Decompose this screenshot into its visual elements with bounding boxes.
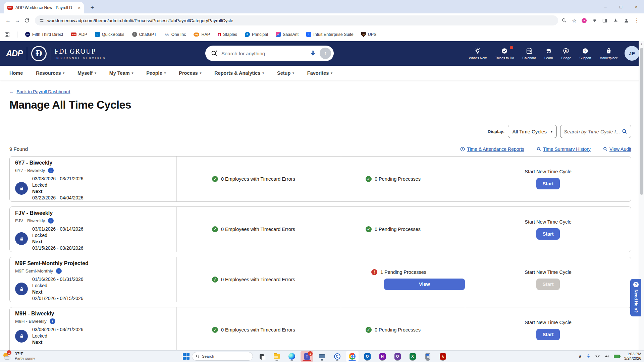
time-cycle-search-input[interactable] xyxy=(564,129,622,134)
nav-setup[interactable]: Setup▾ xyxy=(277,70,294,76)
start-button[interactable]: Start xyxy=(536,178,559,189)
user-avatar[interactable]: JE xyxy=(625,46,639,61)
bookmark-ups[interactable]: upsUPS xyxy=(361,32,377,37)
bookmark-intuit-es[interactable]: IIntuit Enterprise Suite xyxy=(306,32,354,37)
start-new-cycle-label: Start New Time Cycle xyxy=(525,269,571,275)
bookmark-hap[interactable]: hapHAP xyxy=(194,32,210,37)
apps-grid-icon[interactable] xyxy=(5,32,9,37)
info-icon[interactable]: i xyxy=(56,268,62,274)
c-app-button[interactable]: C xyxy=(331,351,343,362)
start-new-cycle-label: Start New Time Cycle xyxy=(525,219,571,225)
time-cycle-filter-dropdown[interactable]: All Time Cycles ▾ xyxy=(508,125,557,138)
acrobat-button[interactable]: ∧ xyxy=(436,351,449,362)
remote-desktop-button[interactable] xyxy=(316,351,328,362)
need-help-tab[interactable]: ? Need Help? xyxy=(630,279,641,316)
nav-favorites[interactable]: Favorites▾ xyxy=(307,70,332,76)
things-to-do-button[interactable]: Things to Do xyxy=(495,47,514,60)
profile-icon[interactable] xyxy=(624,18,629,23)
onenote-button[interactable]: N xyxy=(376,351,389,362)
start-button[interactable]: Start xyxy=(536,329,559,340)
new-tab-button[interactable]: + xyxy=(88,3,97,12)
bookmark-one-inc[interactable]: ΛΛOne Inc xyxy=(164,32,186,37)
global-search[interactable]: ↑ xyxy=(205,46,334,61)
nav-process[interactable]: Process▾ xyxy=(179,70,201,76)
forward-icon[interactable]: → xyxy=(13,16,22,25)
bookmark-principal[interactable]: PPrincipal xyxy=(245,32,268,37)
bookmark-adp[interactable]: ADPADP xyxy=(71,32,87,37)
learn-button[interactable]: Learn xyxy=(544,47,553,60)
site-info-icon[interactable] xyxy=(39,18,44,23)
start-button-disabled[interactable]: Start xyxy=(536,279,559,290)
tab-close-icon[interactable]: × xyxy=(78,5,80,10)
back-to-payroll-dashboard-link[interactable]: ← Back to Payroll Dashboard xyxy=(9,89,70,94)
view-audit-link[interactable]: View Audit xyxy=(603,146,631,152)
zoom-icon[interactable] xyxy=(561,18,567,23)
browser-tab[interactable]: ADP ADP Workforce Now - Payroll D × xyxy=(4,2,84,13)
maximize-icon[interactable]: □ xyxy=(613,0,629,13)
pink-extension-icon[interactable]: ✶ xyxy=(582,18,587,23)
info-icon[interactable]: i xyxy=(48,168,54,173)
nav-home[interactable]: Home xyxy=(9,70,23,76)
staples-icon: ⊓ xyxy=(218,32,221,37)
battery-icon[interactable] xyxy=(614,355,620,358)
marketplace-button[interactable]: Marketplace xyxy=(600,47,618,60)
next-label: Next xyxy=(32,289,84,295)
weather-widget[interactable]: 1 37°F Partly sunny xyxy=(3,351,35,361)
microphone-icon[interactable] xyxy=(586,354,591,359)
outlook-button[interactable]: O xyxy=(361,351,374,362)
edge-button[interactable] xyxy=(285,351,298,362)
extensions-puzzle-icon[interactable] xyxy=(592,18,597,23)
bridge-button[interactable]: B Bridge xyxy=(561,47,571,60)
chrome-button[interactable] xyxy=(346,351,359,362)
teams-button[interactable]: 1 T xyxy=(301,351,313,362)
chevron-down-icon: ▾ xyxy=(262,71,264,75)
scroll-up-arrow-icon[interactable]: ▲ xyxy=(639,41,644,45)
start-new-cycle-label: Start New Time Cycle xyxy=(525,320,571,325)
bookmark-fifth-third[interactable]: 5/3Fifth Third Direct xyxy=(25,32,63,37)
taskbar-clock[interactable]: 1:03 PM 3/24/2026 xyxy=(624,352,641,361)
nav-resources[interactable]: Resources▾ xyxy=(36,70,64,76)
excel-button[interactable]: X xyxy=(406,351,419,362)
taskbar-search[interactable]: Search xyxy=(192,352,253,361)
bookmark-saasant[interactable]: ~SaasAnt xyxy=(276,32,299,37)
whats-new-button[interactable]: What's New xyxy=(469,47,487,60)
volume-icon[interactable] xyxy=(604,354,609,359)
close-icon[interactable]: × xyxy=(629,0,644,13)
time-cycle-card: 6Y7 - Biweekly 6Y7 - Biweekly i 03/08/20… xyxy=(9,156,631,202)
back-icon[interactable]: ← xyxy=(3,16,13,25)
bookmark-star-icon[interactable]: ☆ xyxy=(572,17,577,24)
refresh-icon[interactable] xyxy=(22,16,32,25)
nav-reports-analytics[interactable]: Reports & Analytics▾ xyxy=(214,70,264,76)
downloads-icon[interactable] xyxy=(613,18,619,23)
task-view-button[interactable] xyxy=(255,351,268,362)
info-icon[interactable]: i xyxy=(50,318,55,324)
minimize-icon[interactable]: – xyxy=(598,0,613,13)
browser-menu-icon[interactable]: ⋮ xyxy=(634,17,639,23)
tray-expand-icon[interactable]: ∧ xyxy=(579,354,582,359)
quickbooks-button[interactable]: Q xyxy=(391,351,404,362)
nav-myself[interactable]: Myself▾ xyxy=(77,70,96,76)
url-bar[interactable]: workforcenow.adp.com/theme/admin.html#/P… xyxy=(35,15,558,25)
start-button[interactable]: Start xyxy=(536,228,559,240)
nav-people[interactable]: People▾ xyxy=(146,70,166,76)
view-pending-button[interactable]: View xyxy=(384,279,465,290)
side-panel-icon[interactable] xyxy=(602,18,608,23)
bookmark-staples[interactable]: ⊓Staples xyxy=(218,32,237,37)
file-explorer-button[interactable] xyxy=(270,351,283,362)
bookmark-quickbooks[interactable]: qQuickBooks xyxy=(95,32,124,37)
time-summary-history-link[interactable]: Time Summary History xyxy=(536,146,591,152)
calculator-button[interactable] xyxy=(421,351,434,362)
time-attendance-reports-link[interactable]: Time & Attendance Reports xyxy=(460,146,524,152)
scrollbar-thumb[interactable] xyxy=(640,48,643,195)
wifi-icon[interactable] xyxy=(595,354,600,359)
search-icon[interactable] xyxy=(622,128,628,134)
search-submit-icon[interactable]: ↑ xyxy=(320,48,331,59)
global-search-input[interactable] xyxy=(221,51,306,56)
info-icon[interactable]: i xyxy=(48,218,54,224)
bookmark-chatgpt[interactable]: *ChatGPT xyxy=(132,32,157,37)
nav-my-team[interactable]: My Team▾ xyxy=(109,70,133,76)
microphone-icon[interactable] xyxy=(310,50,316,57)
windows-start-button[interactable] xyxy=(183,353,190,360)
support-button[interactable]: ? Support xyxy=(580,47,591,60)
calendar-button[interactable]: Calendar xyxy=(522,47,536,60)
